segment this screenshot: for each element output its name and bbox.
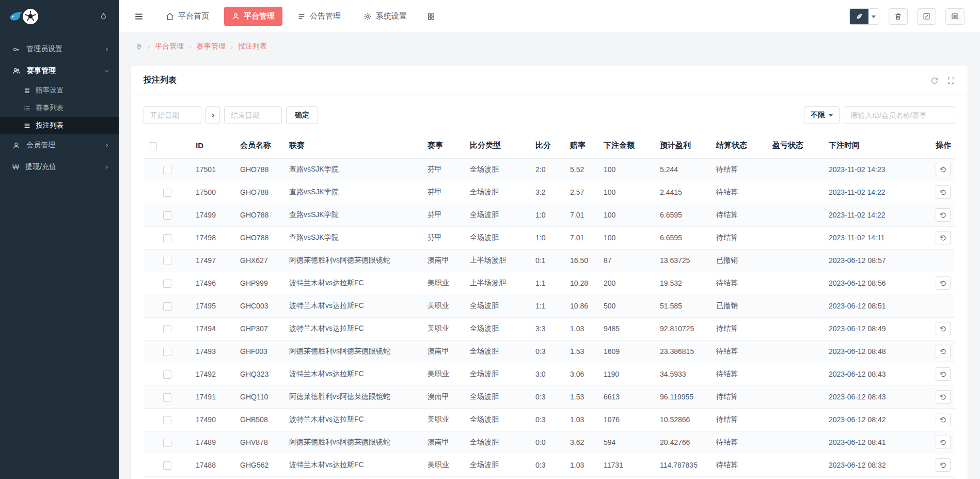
cell-score: 3:3 [530, 317, 565, 340]
trash-button[interactable] [889, 8, 908, 25]
table-row: 17492 GHQ323 波特兰木材vs达拉斯FC 美职业 全场波胆 3:0 3… [144, 363, 955, 385]
droplet-icon[interactable] [100, 12, 107, 20]
sidebar-item-match-management[interactable]: 赛事管理 [0, 60, 119, 82]
row-checkbox[interactable] [163, 234, 171, 242]
cell-member: GHC003 [235, 295, 284, 317]
cell-id: 17497 [191, 249, 235, 272]
edit-button[interactable] [917, 8, 936, 25]
cell-settle-status: 待结算 [711, 226, 767, 249]
sidebar-item-withdraw-recharge[interactable]: ₩ 提现/充值 [0, 156, 119, 178]
breadcrumb-link-match[interactable]: 赛事管理 [197, 42, 226, 51]
cell-member: GHO788 [235, 158, 284, 181]
row-undo-button[interactable] [936, 276, 951, 290]
row-undo-button[interactable] [936, 390, 951, 404]
select-all-checkbox[interactable] [149, 142, 157, 150]
sidebar-item-bet-list[interactable]: 投注列表 [0, 117, 119, 134]
chevron-down-icon [104, 68, 109, 74]
refresh-icon[interactable] [930, 76, 939, 85]
end-date-input[interactable] [224, 106, 282, 124]
row-checkbox[interactable] [163, 189, 171, 197]
cell-event: 澳南甲 [422, 340, 465, 363]
header-id: ID [191, 133, 235, 158]
row-checkbox[interactable] [163, 439, 171, 447]
row-undo-button[interactable] [936, 436, 951, 449]
row-checkbox[interactable] [163, 211, 171, 220]
cell-odds: 1.03 [565, 454, 598, 476]
cell-score: 1:0 [530, 204, 565, 226]
cell-checkbox [144, 204, 191, 226]
sidebar-item-odds-settings[interactable]: 赔率设置 [0, 82, 119, 99]
sidebar-item-match-list[interactable]: 赛事列表 [0, 99, 119, 117]
nav-system-settings[interactable]: 系统设置 [356, 7, 415, 26]
nav-announcement-management[interactable]: 公告管理 [290, 7, 349, 26]
cell-time: 2023-06-12 08:56 [824, 272, 930, 295]
cell-score: 3:2 [530, 181, 565, 204]
cell-event: 美职业 [422, 408, 465, 431]
row-undo-button[interactable] [936, 163, 951, 176]
breadcrumb-link-platform[interactable]: 平台管理 [155, 42, 184, 51]
row-checkbox[interactable] [163, 325, 171, 333]
row-undo-button[interactable] [936, 345, 951, 358]
sidebar-item-member-management[interactable]: 会员管理 [0, 134, 119, 156]
row-undo-button[interactable] [936, 208, 951, 222]
cell-pl-status [767, 454, 824, 476]
row-checkbox[interactable] [163, 393, 171, 401]
cell-settle-status: 已撤销 [711, 295, 767, 317]
cell-action [930, 385, 955, 408]
cell-event: 澳南甲 [422, 385, 465, 408]
cell-amount: 87 [598, 249, 655, 272]
cell-amount: 11731 [598, 454, 655, 476]
row-checkbox[interactable] [163, 461, 171, 470]
nav-platform-management[interactable]: 平台管理 [224, 7, 282, 26]
cell-profit: 20.42766 [655, 431, 711, 454]
fullscreen-icon[interactable] [947, 76, 955, 85]
cell-score-type: 全场波胆 [465, 454, 530, 476]
cell-event: 芬甲 [422, 158, 465, 181]
gear-icon [363, 12, 372, 21]
cell-action [930, 476, 955, 479]
hamburger-icon[interactable] [134, 12, 144, 21]
confirm-button[interactable]: 确定 [286, 106, 318, 124]
cell-checkbox [144, 363, 191, 385]
row-checkbox[interactable] [163, 416, 171, 424]
row-checkbox[interactable] [163, 370, 171, 379]
cell-odds: 5.52 [565, 158, 598, 181]
cell-amount: 500 [598, 295, 655, 317]
row-undo-button[interactable] [936, 367, 951, 381]
row-checkbox[interactable] [163, 257, 171, 265]
apps-grid-icon [427, 12, 435, 21]
chevron-right-icon [104, 143, 109, 148]
cell-pl-status [767, 181, 824, 204]
apps-grid-button[interactable] [422, 8, 440, 25]
sidebar-item-label: 赛事管理 [27, 66, 56, 75]
cell-checkbox [144, 226, 191, 249]
row-checkbox[interactable] [163, 166, 171, 174]
cell-profit: 6.6595 [655, 204, 711, 226]
limit-dropdown[interactable]: 不限 [804, 106, 840, 124]
breadcrumb-link-bet-list[interactable]: 投注列表 [238, 42, 267, 51]
row-undo-button[interactable] [936, 231, 951, 244]
row-undo-button[interactable] [936, 413, 951, 426]
nav-platform-home[interactable]: 平台首页 [158, 7, 217, 26]
row-undo-button[interactable] [936, 458, 951, 472]
row-undo-button[interactable] [936, 186, 951, 199]
cell-amount: 100 [598, 226, 655, 249]
cell-league: 波特兰木材vs达拉斯FC [284, 476, 422, 479]
cell-member: GHX627 [235, 249, 284, 272]
sidebar-item-admin-settings[interactable]: 管理员设置 [0, 38, 119, 60]
header-score: 比分 [530, 133, 565, 158]
date-range-arrow-button[interactable] [206, 106, 220, 124]
row-checkbox[interactable] [163, 280, 171, 288]
row-undo-button[interactable] [936, 322, 951, 335]
table-row: 17500 GHO788 查路vsSJK学院 芬甲 全场波胆 3:2 2.57 … [144, 181, 955, 204]
cell-pl-status [767, 385, 824, 408]
sidebar-item-label: 会员管理 [26, 141, 55, 150]
layout-list-button[interactable] [945, 8, 965, 25]
cell-odds: 16.50 [565, 249, 598, 272]
theme-switcher-button[interactable] [849, 8, 879, 25]
start-date-input[interactable] [144, 106, 201, 124]
row-checkbox[interactable] [163, 348, 171, 356]
cell-id: 17501 [191, 158, 235, 181]
row-checkbox[interactable] [163, 302, 171, 311]
search-input[interactable] [844, 106, 955, 124]
